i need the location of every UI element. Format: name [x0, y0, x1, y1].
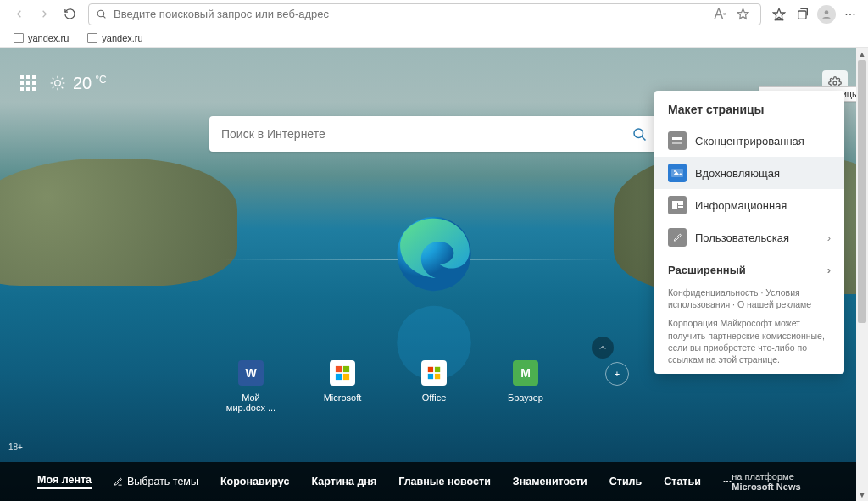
svg-rect-25 — [428, 367, 433, 372]
pencil-icon — [668, 228, 687, 247]
feed-provider: на платформе Microsoft News — [732, 471, 831, 492]
more-button[interactable]: ··· — [839, 3, 861, 25]
forward-button[interactable] — [32, 3, 56, 26]
svg-rect-24 — [343, 374, 349, 380]
image-icon — [668, 164, 687, 182]
svg-rect-26 — [435, 367, 440, 372]
feed-tab[interactable]: Стиль — [609, 476, 642, 487]
feed-tab[interactable]: Знаменитости — [513, 476, 587, 487]
menu-disclaimer: Корпорация Майкрософт может получить пар… — [654, 310, 844, 365]
quick-link-label: Office — [422, 392, 447, 403]
quick-link[interactable]: Office — [409, 360, 459, 403]
svg-line-12 — [53, 78, 54, 80]
feed-tab-my[interactable]: Моя лента — [37, 474, 92, 489]
svg-marker-2 — [737, 8, 748, 19]
favorites-bar: yandex.ru yandex.ru — [0, 28, 868, 48]
tile-icon: W — [238, 360, 264, 386]
layout-option-custom[interactable]: Пользовательская › — [654, 221, 844, 253]
layout-option-focused[interactable]: Сконцентрированная — [654, 125, 844, 157]
scrollbar[interactable]: ▲ ▼ — [856, 48, 868, 501]
layout-option-informational[interactable]: Информационная — [654, 189, 844, 221]
quick-link[interactable]: W Мой мир.docx ... — [225, 360, 276, 413]
back-button[interactable] — [7, 3, 31, 26]
menu-expand[interactable]: Расширенный› — [654, 253, 844, 280]
web-search-input[interactable] — [221, 127, 632, 141]
feed-tab[interactable]: Статьи — [664, 476, 701, 487]
quick-link[interactable]: M Браузер — [500, 360, 551, 403]
menu-footer-links: Конфиденциальность · Условия использован… — [654, 280, 844, 310]
svg-line-18 — [642, 136, 646, 141]
svg-rect-37 — [678, 206, 683, 208]
edge-logo — [394, 214, 475, 294]
scrollbar-thumb[interactable] — [858, 60, 866, 323]
age-badge: 18+ — [8, 443, 23, 452]
page-icon — [14, 33, 24, 43]
svg-rect-23 — [336, 374, 342, 380]
svg-rect-22 — [343, 366, 349, 372]
scroll-down-arrow[interactable]: ▼ — [856, 489, 868, 501]
quick-link-label: Браузер — [508, 392, 543, 403]
favorites-button[interactable] — [768, 3, 790, 25]
tile-icon — [330, 360, 355, 386]
address-input[interactable] — [114, 8, 709, 20]
web-search-box[interactable] — [209, 116, 659, 152]
new-tab-page: 20°C Параметры страницы W Мой мир.docx .… — [0, 48, 868, 501]
svg-rect-36 — [678, 203, 683, 205]
privacy-link[interactable]: Конфиденциальность — [668, 287, 759, 298]
page-icon — [87, 33, 97, 43]
feed-tab[interactable]: Картина дня — [311, 476, 376, 487]
bg-mountain — [0, 159, 237, 286]
page-layout-menu: Макет страницы Сконцентрированная Вдохно… — [654, 91, 844, 374]
svg-point-6 — [825, 10, 829, 14]
feed-more[interactable]: ··· — [723, 476, 732, 487]
favorite-link[interactable]: yandex.ru — [79, 29, 151, 47]
scroll-up-button[interactable] — [592, 337, 614, 359]
refresh-button[interactable] — [58, 3, 81, 26]
svg-marker-3 — [773, 8, 784, 19]
tile-icon: M — [513, 360, 538, 386]
svg-line-14 — [53, 87, 54, 89]
svg-point-0 — [97, 10, 104, 17]
ads-link[interactable]: О нашей рекламе — [737, 299, 811, 309]
plus-icon: + — [605, 362, 629, 386]
svg-rect-21 — [336, 366, 342, 372]
svg-point-17 — [634, 129, 643, 138]
layout-option-inspirational[interactable]: Вдохновляющая — [654, 157, 844, 189]
feed-edit-topics[interactable]: Выбрать темы — [114, 476, 198, 487]
svg-rect-5 — [798, 11, 806, 19]
search-submit-icon[interactable] — [632, 126, 647, 142]
browser-chrome: A» ··· yandex.ru yandex.ru — [0, 0, 868, 48]
svg-rect-29 — [672, 137, 682, 140]
chevron-right-icon: › — [827, 231, 831, 244]
svg-line-1 — [103, 16, 106, 19]
focused-icon — [668, 131, 687, 150]
favorite-star-icon[interactable] — [732, 3, 754, 25]
quick-link-label: Мой мир.docx ... — [225, 392, 276, 413]
weather-widget[interactable]: 20°C — [49, 74, 107, 93]
quick-link-label: Microsoft — [324, 392, 362, 403]
menu-title: Макет страницы — [654, 103, 844, 125]
svg-point-33 — [674, 170, 676, 172]
svg-line-13 — [62, 87, 64, 89]
collections-button[interactable] — [792, 3, 814, 25]
news-icon — [668, 196, 687, 214]
favorite-link[interactable]: yandex.ru — [5, 29, 77, 47]
read-aloud-icon[interactable]: A» — [709, 3, 732, 25]
chevron-right-icon: › — [827, 264, 831, 276]
feed-tab[interactable]: Главные новости — [398, 476, 491, 487]
quick-link[interactable]: Microsoft — [317, 360, 368, 403]
address-bar[interactable]: A» — [88, 3, 761, 25]
feed-tab[interactable]: Коронавирус — [220, 476, 289, 487]
svg-rect-28 — [435, 374, 440, 379]
search-icon — [96, 8, 107, 19]
weather-unit: °C — [95, 74, 106, 86]
news-feed-bar: Моя лента Выбрать темы Коронавирус Карти… — [0, 462, 868, 501]
svg-point-7 — [55, 81, 61, 86]
app-launcher-icon[interactable] — [20, 75, 36, 91]
profile-button[interactable] — [815, 3, 837, 25]
svg-rect-34 — [672, 201, 683, 203]
add-site-button[interactable]: + — [592, 360, 643, 386]
scroll-up-arrow[interactable]: ▲ — [856, 48, 868, 60]
svg-rect-27 — [428, 374, 433, 379]
svg-point-16 — [833, 81, 837, 85]
